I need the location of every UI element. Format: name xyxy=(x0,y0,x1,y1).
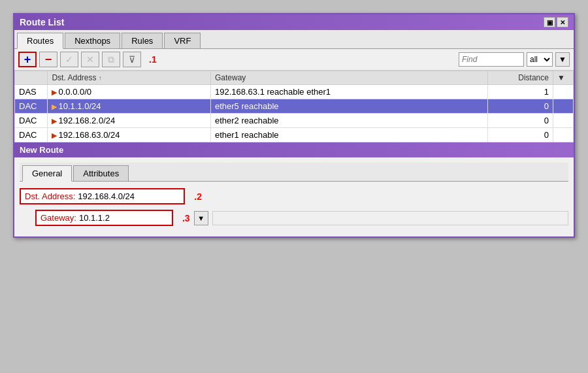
toolbar: + − ✓ ✕ ⧉ ⊽ .1 all ▼ xyxy=(14,49,574,71)
row-gateway: 192.168.63.1 reachable ether1 xyxy=(210,85,487,99)
dst-address-field: Dst. Address: xyxy=(20,188,185,204)
title-bar: Route List ▣ ✕ xyxy=(14,14,574,30)
window-title: Route List xyxy=(20,17,64,27)
remove-button[interactable]: − xyxy=(39,52,57,67)
row-type: DAC xyxy=(15,114,48,128)
row-dst: ▶0.0.0.0/0 xyxy=(48,85,211,99)
new-route-section: General Attributes Dst. Address: .2 Gate… xyxy=(14,157,574,236)
gateway-dropdown-button[interactable]: ▼ xyxy=(194,211,208,225)
row-distance: 0 xyxy=(488,128,553,142)
table-row[interactable]: DAS ▶0.0.0.0/0 192.168.63.1 reachable et… xyxy=(15,85,574,99)
col-gateway-header: Gateway xyxy=(210,71,487,85)
table-row[interactable]: DAC ▶192.168.63.0/24 ether1 reachable 0 xyxy=(15,128,574,142)
row-dst: ▶192.168.2.0/24 xyxy=(48,114,211,128)
row-distance: 1 xyxy=(488,85,553,99)
restore-button[interactable]: ▣ xyxy=(544,17,555,27)
gateway-row: Gateway: .3 ▼ xyxy=(35,210,568,226)
gateway-extra-field xyxy=(212,211,568,225)
copy-button[interactable]: ⧉ xyxy=(102,52,120,67)
new-route-header: New Route xyxy=(14,142,574,157)
row-type: DAS xyxy=(15,85,48,99)
table-row[interactable]: DAC ▶192.168.2.0/24 ether2 reachable 0 xyxy=(15,114,574,128)
gateway-field: Gateway: xyxy=(35,210,173,226)
find-down-button[interactable]: ▼ xyxy=(555,52,570,67)
col-distance-header: Distance xyxy=(488,71,553,85)
x-button[interactable]: ✕ xyxy=(81,52,99,67)
row-extra xyxy=(553,85,573,99)
dst-address-row: Dst. Address: .2 xyxy=(20,188,568,204)
col-filter-header[interactable]: ▼ xyxy=(553,71,573,85)
table-row[interactable]: DAC ▶10.1.1.0/24 ether5 reachable 0 xyxy=(15,99,574,114)
route-table: Dst. Address ↑ Gateway Distance ▼ DAS ▶0… xyxy=(14,71,574,142)
toolbar-label: .1 xyxy=(149,54,157,65)
row-gateway: ether2 reachable xyxy=(210,114,487,128)
row-gateway: ether1 reachable xyxy=(210,128,487,142)
tab-rules[interactable]: Rules xyxy=(122,33,163,48)
dst-number: .2 xyxy=(194,191,202,202)
find-select[interactable]: all xyxy=(527,52,553,67)
sub-tab-attributes[interactable]: Attributes xyxy=(73,165,129,181)
tab-nexthops[interactable]: Nexthops xyxy=(65,33,120,48)
route-list-window: Route List ▣ ✕ Routes Nexthops Rules VRF… xyxy=(13,13,575,238)
row-gateway: ether5 reachable xyxy=(210,99,487,114)
close-button[interactable]: ✕ xyxy=(557,17,568,27)
sub-tabs-bar: General Attributes xyxy=(20,163,568,182)
gateway-input[interactable] xyxy=(79,213,171,223)
tab-routes[interactable]: Routes xyxy=(17,33,63,49)
check-button[interactable]: ✓ xyxy=(60,52,78,67)
filter-button[interactable]: ⊽ xyxy=(123,52,141,67)
dst-address-input[interactable] xyxy=(78,191,182,201)
sub-tab-general[interactable]: General xyxy=(22,165,72,182)
gateway-label: Gateway: xyxy=(38,212,79,223)
row-dst: ▶10.1.1.0/24 xyxy=(48,99,211,114)
find-input[interactable] xyxy=(459,52,524,67)
dst-address-label: Dst. Address: xyxy=(22,191,78,202)
title-bar-buttons: ▣ ✕ xyxy=(544,17,568,27)
row-extra xyxy=(553,114,573,128)
row-dst: ▶192.168.63.0/24 xyxy=(48,128,211,142)
row-type: DAC xyxy=(15,128,48,142)
route-table-container: Dst. Address ↑ Gateway Distance ▼ DAS ▶0… xyxy=(14,71,574,142)
add-button[interactable]: + xyxy=(18,52,37,67)
row-distance: 0 xyxy=(488,114,553,128)
row-type: DAC xyxy=(15,99,48,114)
row-extra xyxy=(553,99,573,114)
main-tabs-bar: Routes Nexthops Rules VRF xyxy=(14,30,574,49)
col-type-header xyxy=(15,71,48,85)
tab-vrf[interactable]: VRF xyxy=(164,33,201,48)
row-extra xyxy=(553,128,573,142)
gateway-number: .3 xyxy=(182,213,190,223)
col-dst-header[interactable]: Dst. Address ↑ xyxy=(48,71,211,85)
row-distance: 0 xyxy=(488,99,553,114)
